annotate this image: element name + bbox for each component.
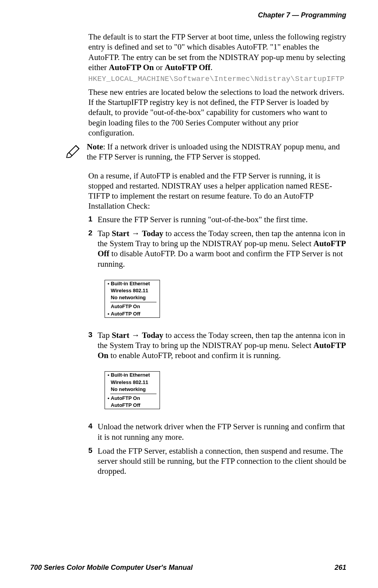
text: Ensure the FTP Server is running "out-of…: [98, 215, 308, 224]
paragraph: The default is to start the FTP Server a…: [88, 32, 346, 72]
paragraph: These new entries are located below the …: [88, 87, 346, 138]
list-item: 1 Ensure the FTP Server is running "out-…: [88, 214, 346, 225]
running-header: Chapter 7 — Programming: [258, 11, 346, 20]
step-number: 3: [88, 330, 93, 339]
bullet-icon: •: [107, 280, 110, 287]
text: Load the FTP Server, establish a connect…: [98, 446, 346, 476]
menu-item: •AutoFTP On: [105, 395, 160, 402]
note-block: Note: If a network driver is unloaded us…: [88, 142, 346, 165]
text: to disable AutoFTP. Do a warm boot and c…: [98, 249, 343, 268]
menu-item: AutoFTP Off: [105, 402, 160, 409]
code-line: HKEY_LOCAL_MACHINE\Software\Intermec\Ndi…: [88, 75, 346, 84]
text: Unload the network driver when the FTP S…: [98, 422, 345, 441]
step-number: 5: [88, 446, 93, 455]
menu-divider: [110, 302, 156, 302]
bold-text: Start: [112, 229, 129, 238]
menu-item: Wireless 802.11: [105, 287, 160, 294]
list-item: 5 Load the FTP Server, establish a conne…: [88, 446, 346, 477]
note-label: Note: [87, 142, 103, 151]
menu-divider: [110, 394, 156, 394]
menu-item: •Built-in Ethernet: [105, 280, 160, 287]
step-number: 4: [88, 422, 93, 431]
menu-item: •AutoFTP Off: [105, 310, 160, 317]
menu-label: AutoFTP Off: [110, 310, 140, 317]
bold-text: AutoFTP On: [109, 63, 154, 72]
ndistray-menu-screenshot: •Built-in Ethernet Wireless 802.11 No ne…: [105, 280, 160, 318]
menu-label: No networking: [110, 294, 146, 301]
bullet-icon: •: [107, 395, 110, 402]
menu-item: Wireless 802.11: [105, 379, 160, 386]
list-item: 4 Unload the network driver when the FTP…: [88, 422, 346, 442]
bold-text: Today: [142, 229, 163, 238]
bold-text: AutoFTP Off: [165, 63, 210, 72]
menu-item: No networking: [105, 386, 160, 393]
text: Tap: [98, 229, 112, 238]
menu-item: •Built-in Ethernet: [105, 372, 160, 379]
menu-label: Built-in Ethernet: [110, 372, 150, 379]
text: or: [154, 63, 165, 72]
bullet-icon: •: [107, 310, 110, 317]
menu-item: No networking: [105, 294, 160, 301]
text: to enable AutoFTP, reboot and confirm it…: [108, 351, 281, 360]
paragraph: On a resume, if AutoFTP is enabled and t…: [88, 171, 346, 211]
bold-text: Today: [142, 331, 163, 340]
arrow-icon: →: [129, 229, 142, 238]
menu-label: Wireless 802.11: [110, 379, 148, 386]
step-number: 1: [88, 214, 93, 224]
text: Tap: [98, 331, 112, 340]
note-icon: [64, 142, 87, 158]
bullet-icon: •: [107, 372, 110, 379]
menu-label: Wireless 802.11: [110, 287, 148, 294]
footer-title: 700 Series Color Mobile Computer User's …: [30, 563, 192, 572]
ndistray-menu-screenshot: •Built-in Ethernet Wireless 802.11 No ne…: [105, 371, 160, 409]
step-number: 2: [88, 228, 93, 238]
text: : If a network driver is unloaded using …: [87, 142, 340, 161]
bold-text: Start: [112, 331, 129, 340]
menu-label: AutoFTP On: [110, 395, 140, 402]
note-text: Note: If a network driver is unloaded us…: [87, 142, 346, 162]
menu-label: AutoFTP On: [110, 303, 140, 310]
numbered-list: 1 Ensure the FTP Server is running "out-…: [88, 214, 346, 477]
menu-label: AutoFTP Off: [110, 402, 140, 409]
menu-label: Built-in Ethernet: [110, 280, 150, 287]
list-item: 3 Tap Start → Today to access the Today …: [88, 330, 346, 410]
body-content: The default is to start the FTP Server a…: [88, 32, 346, 480]
text: .: [211, 63, 213, 72]
page: Chapter 7 — Programming The default is t…: [0, 0, 378, 588]
page-number: 261: [335, 563, 346, 572]
menu-item: AutoFTP On: [105, 303, 160, 310]
menu-label: No networking: [110, 386, 146, 393]
arrow-icon: →: [129, 331, 142, 339]
list-item: 2 Tap Start → Today to access the Today …: [88, 228, 346, 318]
